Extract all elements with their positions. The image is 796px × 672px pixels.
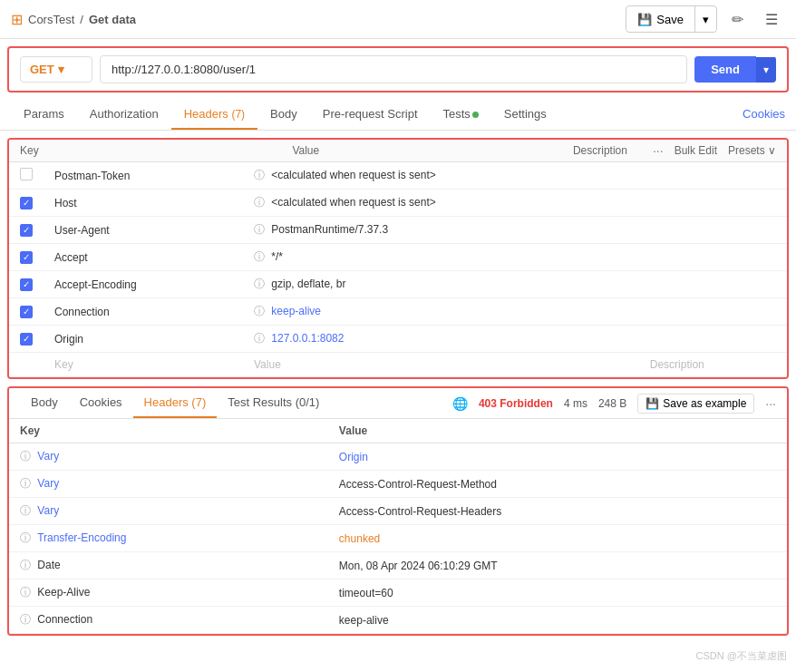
info-icon[interactable]: ⓘ [20,504,31,517]
header-key: Connection [44,298,243,326]
header-description [639,190,787,217]
response-tab-headers[interactable]: Headers (7) [133,388,218,418]
globe-icon: 🌐 [452,396,468,411]
table-row: ✓ Connection ⓘ keep-alive [9,298,787,326]
row-checkbox[interactable]: ✓ [20,224,33,237]
info-icon[interactable]: ⓘ [254,250,265,263]
header-value: <calculated when request is sent> [271,169,435,181]
method-label: GET [30,63,54,76]
save-example-button[interactable]: 💾 Save as example [637,394,754,414]
header-value: keep-alive [271,305,321,317]
tab-body[interactable]: Body [257,100,310,130]
response-table: Key Value ⓘ Vary Origin ⓘ [9,419,787,634]
row-checkbox[interactable]: ✓ [20,306,33,318]
doc-button[interactable]: ☰ [758,7,785,32]
row-checkbox[interactable]: ✓ [20,278,33,291]
save-button-group: 💾 Save ▾ [626,5,717,33]
tab-headers[interactable]: Headers (7) [171,100,257,130]
info-icon[interactable]: ⓘ [20,477,31,490]
table-row: ⓘ Date Mon, 08 Apr 2024 06:10:29 GMT [9,552,787,579]
bulk-edit-button[interactable]: Bulk Edit [675,144,717,157]
response-section: Body Cookies Headers (7) Test Results (0… [7,386,789,636]
send-button[interactable]: Send [694,56,756,83]
tab-tests[interactable]: Tests [431,100,491,130]
row-checkbox[interactable]: ✓ [20,251,33,264]
header-key: Accept [44,244,243,271]
response-status: 403 Forbidden [479,397,553,410]
response-tab-body[interactable]: Body [20,388,69,418]
header-key: Origin [44,326,243,353]
row-checkbox[interactable]: ✓ [20,197,33,209]
info-icon[interactable]: ⓘ [20,531,31,544]
response-value: Mon, 08 Apr 2024 06:10:29 GMT [339,560,498,572]
save-dropdown-button[interactable]: ▾ [695,8,716,31]
info-icon[interactable]: ⓘ [20,586,31,599]
response-key: Vary [37,477,59,490]
url-bar: GET ▾ Send ▾ [20,55,776,83]
response-value: Access-Control-Request-Method [339,478,497,491]
info-icon[interactable]: ⓘ [254,332,265,345]
url-input[interactable] [100,55,687,83]
method-select[interactable]: GET ▾ [20,56,92,83]
empty-value[interactable]: Value [243,353,639,377]
info-icon[interactable]: ⓘ [20,559,31,571]
request-tabs-section: Params Authorization Headers (7) Body Pr… [0,100,796,131]
info-icon[interactable]: ⓘ [254,278,265,290]
row-checkbox[interactable]: ✓ [20,333,33,346]
response-body: Key Value ⓘ Vary Origin ⓘ [9,419,787,634]
table-row: ✓ User-Agent ⓘ PostmanRuntime/7.37.3 [9,217,787,244]
tab-settings[interactable]: Settings [491,100,559,130]
cookies-link[interactable]: Cookies [743,100,785,130]
info-icon[interactable]: ⓘ [254,223,265,236]
response-meta: 🌐 403 Forbidden 4 ms 248 B 💾 Save as exa… [452,394,776,414]
header-description [639,326,787,353]
col-key-header: Key [20,144,39,157]
header-description [639,271,787,298]
response-tabs-bar: Body Cookies Headers (7) Test Results (0… [9,388,787,419]
save-icon: 💾 [637,13,652,26]
response-tab-cookies[interactable]: Cookies [69,388,133,418]
table-row: ⓘ Transfer-Encoding chunked [9,525,787,552]
tab-authorization[interactable]: Authorization [77,100,171,130]
more-options-icon[interactable]: ··· [653,143,664,158]
tab-pre-request[interactable]: Pre-request Script [310,100,431,130]
response-key: Keep-Alive [37,586,90,599]
table-row: ✓ Origin ⓘ 127.0.0.1:8082 [9,326,787,353]
row-checkbox[interactable] [20,168,33,180]
header-value: 127.0.0.1:8082 [271,332,344,345]
more-options-button[interactable]: ··· [765,396,776,411]
info-icon[interactable]: ⓘ [20,613,31,626]
col-value-header: Value [292,144,319,157]
postman-logo: ⊞ [11,11,23,28]
table-row: Postman-Token ⓘ <calculated when request… [9,162,787,190]
response-time: 4 ms [564,397,587,410]
presets-dropdown[interactable]: Presets ∨ [728,144,776,157]
info-icon[interactable]: ⓘ [20,450,31,463]
response-tab-test-results[interactable]: Test Results (0/1) [217,388,330,418]
empty-description[interactable]: Description [639,353,787,377]
info-icon[interactable]: ⓘ [254,196,265,209]
info-icon[interactable]: ⓘ [254,169,265,181]
url-bar-section: GET ▾ Send ▾ [7,46,789,93]
info-icon[interactable]: ⓘ [254,305,265,317]
header-value: */* [271,250,283,263]
tab-params[interactable]: Params [11,100,77,130]
send-dropdown-button[interactable]: ▾ [756,57,776,83]
request-tabs: Params Authorization Headers (7) Body Pr… [11,100,785,130]
header-description [639,217,787,244]
breadcrumb-workspace[interactable]: CorsTest [28,13,74,26]
table-row: ⓘ Vary Access-Control-Request-Headers [9,498,787,525]
response-value: keep-alive [339,614,389,627]
table-row: ⓘ Vary Origin [9,443,787,471]
breadcrumb: ⊞ CorsTest / Get data [11,11,136,28]
table-row: ⓘ Connection keep-alive [9,607,787,634]
col-description-header: Description [573,144,627,157]
save-button[interactable]: 💾 Save [626,8,694,31]
response-key: Transfer-Encoding [37,531,126,544]
headers-toolbar: Key Value Description ··· Bulk Edit Pres… [9,140,787,162]
response-value: Access-Control-Request-Headers [339,505,501,518]
header-value: <calculated when request is sent> [271,196,435,209]
empty-key[interactable]: Key [44,353,243,377]
table-row: ✓ Host ⓘ <calculated when request is sen… [9,190,787,217]
edit-button[interactable]: ✏ [724,7,751,32]
